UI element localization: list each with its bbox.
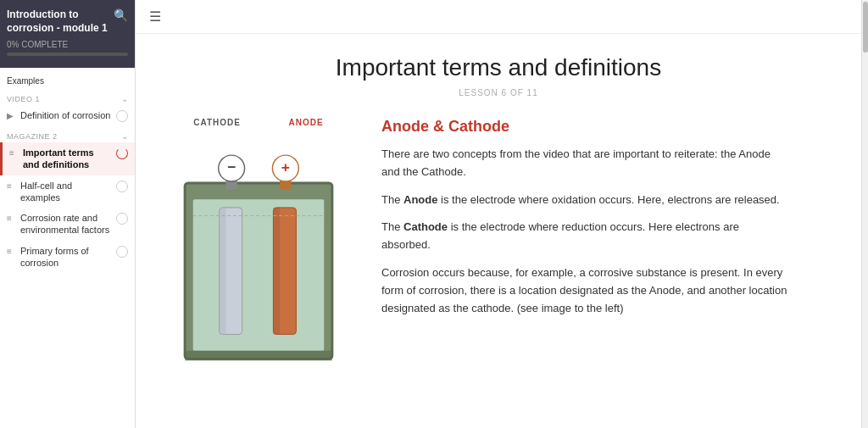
svg-rect-1: [193, 199, 324, 351]
magazine2-label: MAGAZINE 2: [7, 132, 58, 141]
topbar: ☰: [136, 0, 861, 34]
search-icon[interactable]: 🔍: [114, 8, 128, 22]
completion-circle-4: [116, 246, 128, 258]
content-area: Important terms and definitions LESSON 6…: [136, 34, 861, 428]
sidebar-section-magazine2[interactable]: MAGAZINE 2 ⌄: [0, 126, 135, 142]
diagram-container: CATHODE ANODE −: [170, 118, 348, 371]
svg-text:+: +: [281, 158, 290, 175]
list-icon-2: ≡: [7, 181, 15, 191]
module-title: Introduction to corrosion - module 1: [7, 8, 128, 35]
chevron-down-icon-2: ⌄: [121, 131, 129, 141]
electrode-labels: CATHODE ANODE: [170, 118, 348, 127]
paragraph-2: The Anode is the electrode where oxidati…: [381, 192, 788, 209]
important-terms-label: Important terms and definitions: [23, 147, 113, 171]
sidebar-item-definition[interactable]: ▶ Definition of corrosion: [0, 105, 135, 126]
hamburger-icon[interactable]: ☰: [149, 8, 161, 25]
page-title: Important terms and definitions: [170, 54, 827, 81]
sidebar: 🔍 Introduction to corrosion - module 1 0…: [0, 0, 136, 428]
lesson-label: LESSON 6 OF 11: [170, 88, 827, 97]
completion-circle-3: [116, 213, 128, 225]
svg-rect-6: [220, 208, 226, 335]
cell-diagram-svg: − +: [174, 134, 343, 371]
sidebar-item-primary-forms[interactable]: ≡ Primary forms of corrosion: [0, 241, 135, 274]
halfcell-label: Half-cell and examples: [20, 180, 113, 204]
examples-label: Examples: [7, 73, 44, 87]
list-icon: ≡: [9, 148, 18, 158]
right-scrollbar[interactable]: [861, 0, 868, 428]
text-content: Anode & Cathode There are two concepts f…: [381, 118, 788, 371]
sidebar-header: 🔍 Introduction to corrosion - module 1 0…: [0, 0, 135, 68]
section-title: Anode & Cathode: [381, 118, 788, 136]
chevron-down-icon: ⌄: [121, 94, 129, 103]
svg-text:−: −: [227, 158, 236, 175]
list-icon-4: ≡: [7, 247, 15, 256]
sidebar-item-important-terms[interactable]: ≡ Important terms and definitions: [0, 142, 135, 175]
progress-label: 0% COMPLETE: [7, 40, 128, 49]
loading-circle: [116, 147, 128, 159]
anode-label: ANODE: [289, 118, 324, 127]
video1-label: VIDEO 1: [7, 95, 40, 103]
sidebar-item-halfcell[interactable]: ≡ Half-cell and examples: [0, 175, 135, 208]
sidebar-item-corrosion-rate[interactable]: ≡ Corrosion rate and environmental facto…: [0, 208, 135, 241]
progress-bar-bg: [7, 53, 128, 56]
cathode-label: CATHODE: [193, 118, 241, 127]
svg-rect-11: [273, 208, 280, 335]
paragraph-3: The Cathode is the electrode where reduc…: [381, 219, 788, 254]
sidebar-section-examples: Examples: [0, 68, 135, 89]
play-icon: ▶: [7, 111, 15, 120]
main-content: ☰ Important terms and definitions LESSON…: [136, 0, 861, 428]
paragraph-1: There are two concepts from the video th…: [381, 146, 788, 181]
paragraph-4: Corrosion occurs because, for example, a…: [381, 264, 788, 317]
primary-forms-label: Primary forms of corrosion: [20, 245, 113, 270]
scrollbar-thumb: [863, 2, 868, 53]
svg-rect-13: [185, 351, 332, 361]
list-icon-3: ≡: [7, 214, 15, 223]
definition-label: Definition of corrosion: [20, 109, 113, 121]
completion-circle-2: [116, 181, 128, 192]
sidebar-section-video1[interactable]: VIDEO 1 ⌄: [0, 89, 135, 105]
content-body: CATHODE ANODE −: [170, 118, 827, 371]
corrosion-rate-label: Corrosion rate and environmental factors: [20, 212, 113, 236]
completion-circle: [116, 110, 128, 122]
